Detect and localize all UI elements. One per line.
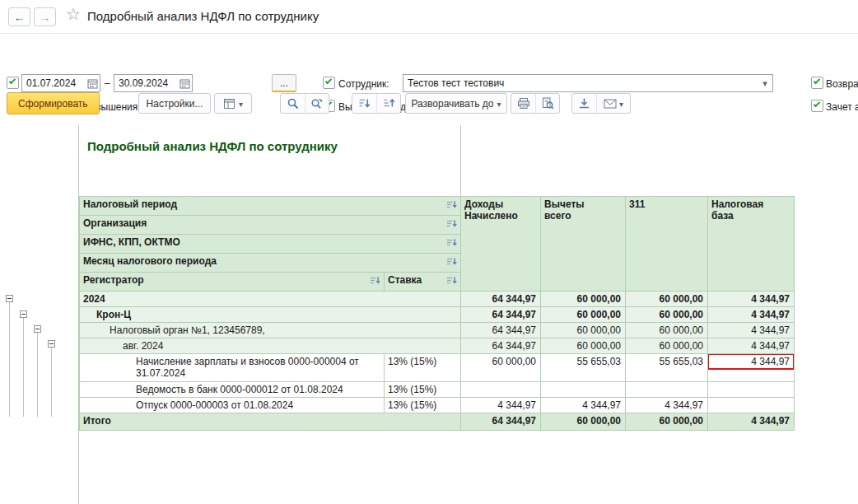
email-button[interactable] — [596, 94, 630, 113]
collapse-toggle-month[interactable] — [48, 340, 55, 348]
sort-icon[interactable] — [446, 199, 457, 210]
column-header[interactable]: Налоговаябаза — [708, 197, 795, 292]
value-cell[interactable]: 60 000,00 — [541, 338, 626, 354]
print-preview-icon — [541, 97, 554, 110]
report-header-row[interactable]: ИФНС, КПП, ОКТМО — [80, 235, 461, 254]
value-cell[interactable]: 4 344,97 — [708, 307, 795, 323]
calendar-icon[interactable] — [177, 75, 192, 91]
value-cell[interactable]: 4 344,97 — [708, 292, 795, 307]
row-label-cell[interactable]: Итого — [80, 413, 461, 431]
print-preview-button[interactable] — [535, 94, 559, 113]
forward-button[interactable] — [34, 7, 56, 26]
back-button[interactable] — [8, 7, 30, 26]
save-button[interactable] — [572, 94, 596, 113]
period-more-button[interactable]: ... — [272, 74, 296, 92]
value-cell[interactable]: 55 655,03 — [626, 354, 708, 382]
print-button[interactable] — [511, 94, 535, 113]
row-label-cell[interactable]: Начисление зарплаты и взносов 0000-00000… — [80, 354, 385, 382]
value-cell[interactable]: 4 344,97 — [541, 398, 626, 413]
report-variants-button[interactable] — [214, 93, 252, 114]
date-to-field[interactable]: 30.09.2024 — [114, 74, 193, 92]
sort-icon[interactable] — [446, 256, 457, 267]
report-header-row[interactable]: Организация — [80, 216, 461, 235]
grid-line — [460, 125, 461, 196]
value-cell[interactable] — [708, 398, 795, 413]
value-cell[interactable] — [708, 382, 795, 398]
collapse-toggle-period[interactable] — [6, 295, 13, 302]
settings-button[interactable]: Настройки... — [138, 93, 211, 114]
rate-cell[interactable]: 13% (15%) — [385, 398, 461, 413]
report-header-row[interactable]: Месяц налогового периода — [80, 254, 461, 273]
refund-checkbox[interactable] — [811, 77, 823, 89]
row-label-cell[interactable]: Отпуск 0000-000003 от 01.08.2024 — [80, 398, 385, 413]
value-cell[interactable]: 4 344,97 — [708, 354, 795, 382]
collapse-toggle-ifns[interactable] — [34, 325, 41, 333]
report-header-row[interactable]: Налоговый период — [80, 197, 461, 216]
row-label-cell[interactable]: 2024 — [80, 292, 461, 307]
value-cell[interactable]: 60 000,00 — [541, 413, 626, 431]
search-icon — [287, 97, 300, 110]
rate-cell[interactable]: 13% (15%) — [385, 354, 461, 382]
value-cell[interactable]: 60 000,00 — [626, 323, 708, 338]
favorite-star-icon[interactable] — [66, 6, 81, 22]
rate-cell[interactable]: 13% (15%) — [385, 382, 461, 398]
value-cell[interactable]: 60 000,00 — [626, 413, 708, 431]
search-button[interactable] — [281, 94, 305, 113]
value-cell[interactable]: 64 344,97 — [461, 338, 541, 354]
row-label-cell[interactable]: Налоговый орган №1, 123456789, — [80, 323, 461, 338]
value-cell[interactable]: 4 344,97 — [708, 338, 795, 354]
highlighted-cell-outline — [708, 354, 795, 371]
value-cell[interactable] — [541, 382, 626, 398]
value-cell[interactable]: 60 000,00 — [541, 292, 626, 307]
employee-value: Тестов тест тестович — [403, 77, 758, 89]
chevron-down-icon — [619, 97, 623, 110]
value-cell[interactable]: 60 000,00 — [626, 338, 708, 354]
sort-descending-button[interactable] — [352, 94, 376, 113]
sort-icon[interactable] — [446, 237, 457, 248]
value-cell[interactable]: 64 344,97 — [461, 413, 541, 431]
value-cell[interactable] — [461, 382, 541, 398]
employee-checkbox[interactable] — [323, 77, 335, 89]
header-label: Налоговый период — [83, 198, 177, 210]
sort-ascending-icon — [383, 97, 395, 110]
value-cell[interactable]: 64 344,97 — [461, 323, 541, 338]
report-header-registrar[interactable]: Регистратор — [80, 273, 385, 292]
value-cell[interactable]: 60 000,00 — [626, 307, 708, 323]
column-header[interactable]: ДоходыНачислено — [461, 197, 541, 292]
column-header[interactable]: Вычетывсего — [541, 197, 626, 292]
value-cell[interactable]: 60 000,00 — [461, 354, 541, 382]
value-cell[interactable]: 4 344,97 — [708, 323, 795, 338]
search-next-icon — [310, 97, 324, 110]
dropdown-arrow-icon[interactable] — [758, 75, 772, 91]
value-cell[interactable]: 4 344,97 — [461, 398, 541, 413]
employee-field[interactable]: Тестов тест тестович — [403, 74, 773, 92]
period-checkbox[interactable] — [7, 77, 19, 89]
value-cell[interactable]: 60 000,00 — [626, 292, 708, 307]
value-cell[interactable]: 4 344,97 — [626, 398, 708, 413]
row-label-cell[interactable]: Крон-Ц — [80, 307, 461, 323]
sort-icon[interactable] — [446, 218, 457, 229]
value-cell[interactable]: 64 344,97 — [461, 292, 541, 307]
date-from-field[interactable]: 01.07.2024 — [21, 74, 100, 92]
report-header-rate[interactable]: Ставка — [385, 273, 461, 292]
value-cell[interactable]: 4 344,97 — [708, 413, 795, 431]
search-next-button[interactable] — [305, 94, 329, 113]
collapse-toggle-organization[interactable] — [20, 310, 27, 318]
value-cell[interactable]: 60 000,00 — [541, 323, 626, 338]
value-cell[interactable] — [626, 382, 708, 398]
expand-to-label: Разворачивать до — [411, 98, 493, 110]
row-label-cell[interactable]: авг. 2024 — [80, 338, 461, 354]
sort-ascending-button[interactable] — [376, 94, 400, 113]
report-area: Подробный анализ НДФЛ по сотруднику Нало… — [78, 125, 795, 504]
value-cell[interactable]: 55 655,03 — [541, 354, 626, 382]
row-label-cell[interactable]: Ведомость в банк 0000-000012 от 01.08.20… — [80, 382, 385, 398]
generate-button[interactable]: Сформировать — [7, 92, 100, 114]
expand-to-button[interactable]: Разворачивать до — [405, 93, 507, 114]
sort-icon[interactable] — [446, 275, 457, 286]
column-header[interactable]: 311 — [626, 197, 708, 292]
sort-icon[interactable] — [370, 275, 380, 286]
mail-icon — [604, 99, 617, 109]
value-cell[interactable]: 60 000,00 — [541, 307, 626, 323]
value-cell[interactable]: 64 344,97 — [461, 307, 541, 323]
calendar-icon[interactable] — [85, 75, 100, 91]
